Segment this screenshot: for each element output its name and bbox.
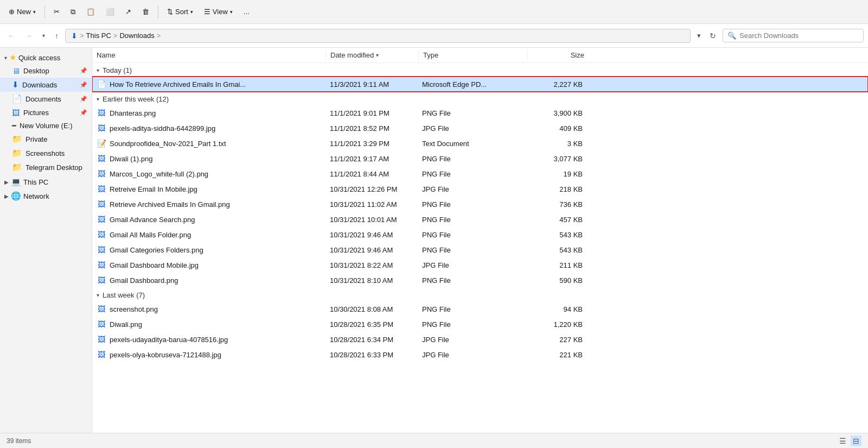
table-row[interactable]: 📄 How To Retrieve Archived Emails In Gma… <box>92 77 868 92</box>
image-file-icon: 🖼 <box>97 245 106 255</box>
file-name-text: screenshot.png <box>110 305 158 313</box>
file-cell-name: 🖼 Gmail Advance Search.png <box>92 213 326 226</box>
file-cell-date: 10/31/2021 8:10 AM <box>326 275 418 286</box>
quick-access-group[interactable]: ▾ ★ Quick access <box>0 51 92 64</box>
view-button[interactable]: ☰ View ▾ <box>200 5 237 18</box>
breadcrumb: ⬇ > This PC > Downloads > <box>65 29 691 43</box>
col-date-header[interactable]: Date modified ▾ <box>326 48 418 62</box>
sidebar-item-desktop[interactable]: 🖥 Desktop 📌 <box>0 64 92 78</box>
paste-button[interactable]: 📋 <box>82 5 99 18</box>
file-cell-type: PNG File <box>418 153 526 165</box>
col-name-header[interactable]: Name <box>92 48 326 62</box>
sidebar: ▾ ★ Quick access 🖥 Desktop 📌 ⬇ Downloads… <box>0 48 92 433</box>
file-cell-name: 🖼 Diwali.png <box>92 318 326 331</box>
file-cell-date: 11/1/2021 9:01 PM <box>326 108 418 119</box>
sidebar-item-telegram[interactable]: 📁 Telegram Desktop <box>0 160 92 174</box>
file-cell-name: 🖼 Marcos_Logo_white-full (2).png <box>92 167 326 180</box>
new-label: New <box>17 8 31 16</box>
documents-pin-icon: 📌 <box>80 96 87 103</box>
table-row[interactable]: 🖼 Diwali (1).png 11/1/2021 9:17 AM PNG F… <box>92 151 868 166</box>
sidebar-item-downloads[interactable]: ⬇ Downloads 📌 <box>0 78 92 92</box>
cut-button[interactable]: ✂ <box>49 5 64 18</box>
file-cell-date: 11/1/2021 3:29 PM <box>326 138 418 149</box>
copy-icon: ⧉ <box>71 8 75 16</box>
group-label-0: Today (1) <box>103 66 132 74</box>
up-button[interactable]: ↑ <box>52 29 62 42</box>
group-header-0[interactable]: ▾Today (1) <box>92 63 868 77</box>
table-row[interactable]: 🖼 pexels-udayaditya-barua-4078516.jpg 10… <box>92 332 868 347</box>
table-row[interactable]: 🖼 Gmail Dashboard Mobile.jpg 10/31/2021 … <box>92 257 868 273</box>
table-row[interactable]: 📝 Soundproofidea_Nov-2021_Part 1.txt 11/… <box>92 136 868 151</box>
copy-button[interactable]: ⧉ <box>66 5 80 18</box>
forward-dropdown-button[interactable]: ▾ <box>39 30 48 41</box>
file-cell-type: Microsoft Edge PD... <box>418 79 526 90</box>
new-button[interactable]: ⊕ New ▾ <box>4 5 40 18</box>
file-name-text: Soundproofidea_Nov-2021_Part 1.txt <box>110 140 226 148</box>
col-type-header[interactable]: Type <box>419 48 527 62</box>
file-cell-name: 🖼 Retreive Email In Mobile.jpg <box>92 182 326 195</box>
file-cell-date: 10/28/2021 6:34 PM <box>326 334 418 345</box>
this-pc-group[interactable]: ▶ 💻 This PC <box>0 175 92 188</box>
details-view-button[interactable]: ☰ <box>837 436 848 446</box>
table-row[interactable]: 🖼 Gmail Dashboard.png 10/31/2021 8:10 AM… <box>92 273 868 288</box>
screenshots-label: Screenshots <box>25 149 87 157</box>
file-cell-date: 11/1/2021 9:17 AM <box>326 153 418 165</box>
file-cell-date: 10/28/2021 6:33 PM <box>326 349 418 361</box>
table-row[interactable]: 🖼 Dhanteras.png 11/1/2021 9:01 PM PNG Fi… <box>92 105 868 121</box>
forward-button[interactable]: → <box>22 29 36 42</box>
sidebar-item-pictures[interactable]: 🖼 Pictures 📌 <box>0 106 92 119</box>
address-right: ▾ ↻ <box>694 29 719 42</box>
share-button[interactable]: ↗ <box>121 5 136 18</box>
list-view-button[interactable]: ⊟ <box>851 436 861 446</box>
file-cell-date: 10/30/2021 8:08 AM <box>326 304 418 315</box>
more-button[interactable]: ... <box>239 5 254 18</box>
new-volume-label: New Volume (E:) <box>20 122 87 130</box>
table-row[interactable]: 🖼 Retreive Email In Mobile.jpg 10/31/202… <box>92 181 868 197</box>
file-cell-type: PNG File <box>418 244 526 256</box>
breadcrumb-this-pc[interactable]: This PC <box>86 31 111 40</box>
table-row[interactable]: 🖼 Gmail All Mails Folder.png 10/31/2021 … <box>92 227 868 242</box>
sidebar-item-documents[interactable]: 📄 Documents 📌 <box>0 92 92 106</box>
file-name-text: Dhanteras.png <box>110 109 156 117</box>
table-row[interactable]: 🖼 Marcos_Logo_white-full (2).png 11/1/20… <box>92 166 868 181</box>
download-nav-icon: ⬇ <box>71 31 78 40</box>
sidebar-item-private[interactable]: 📁 Private <box>0 132 92 146</box>
delete-button[interactable]: 🗑 <box>138 5 154 18</box>
table-row[interactable]: 🖼 pexels-olya-kobruseva-7121488.jpg 10/2… <box>92 347 868 362</box>
table-row[interactable]: 🖼 Gmail Categories Folders.png 10/31/202… <box>92 242 868 257</box>
address-dropdown-button[interactable]: ▾ <box>694 29 704 42</box>
file-cell-date: 10/31/2021 9:46 AM <box>326 244 418 256</box>
sidebar-item-screenshots[interactable]: 📁 Screenshots <box>0 146 92 160</box>
col-size-header[interactable]: Size <box>528 48 593 62</box>
file-name-text: pexels-olya-kobruseva-7121488.jpg <box>110 351 221 359</box>
file-groups: ▾Today (1) 📄 How To Retrieve Archived Em… <box>92 63 868 362</box>
file-cell-size: 221 KB <box>526 349 591 361</box>
table-row[interactable]: 🖼 Gmail Advance Search.png 10/31/2021 10… <box>92 212 868 227</box>
file-name-text: Gmail All Mails Folder.png <box>110 231 191 239</box>
file-cell-size: 543 KB <box>526 244 591 256</box>
sidebar-item-new-volume[interactable]: ━ New Volume (E:) <box>0 119 92 132</box>
group-header-2[interactable]: ▾Last week (7) <box>92 288 868 301</box>
new-icon: ⊕ <box>9 8 15 16</box>
table-row[interactable]: 🖼 pexels-aditya-siddha-6442899.jpg 11/1/… <box>92 121 868 136</box>
sort-button[interactable]: ⇅ Sort ▾ <box>163 5 197 18</box>
network-group[interactable]: ▶ 🌐 Network <box>0 190 92 203</box>
sort-chevron-icon: ▾ <box>190 9 193 15</box>
image-file-icon: 🖼 <box>97 275 106 285</box>
col-type-label: Type <box>423 51 438 59</box>
breadcrumb-downloads[interactable]: Downloads <box>119 31 154 40</box>
group-header-1[interactable]: ▾Earlier this week (12) <box>92 92 868 105</box>
quick-access-arrow: ▾ <box>4 55 7 61</box>
table-row[interactable]: 🖼 Retrieve Archived Emails In Gmail.png … <box>92 197 868 212</box>
trash-icon: 🗑 <box>142 8 149 16</box>
rename-button[interactable]: ⬜ <box>101 5 119 18</box>
file-name-text: Retrieve Archived Emails In Gmail.png <box>110 200 230 209</box>
table-row[interactable]: 🖼 screenshot.png 10/30/2021 8:08 AM PNG … <box>92 301 868 317</box>
status-items-count: 39 items <box>7 437 31 445</box>
refresh-button[interactable]: ↻ <box>706 29 719 42</box>
back-button[interactable]: ← <box>4 29 18 42</box>
group-label-2: Last week (7) <box>103 291 145 299</box>
table-row[interactable]: 🖼 Diwali.png 10/28/2021 6:35 PM PNG File… <box>92 317 868 332</box>
search-input[interactable] <box>739 31 859 40</box>
screenshots-folder-icon: 📁 <box>12 148 22 158</box>
